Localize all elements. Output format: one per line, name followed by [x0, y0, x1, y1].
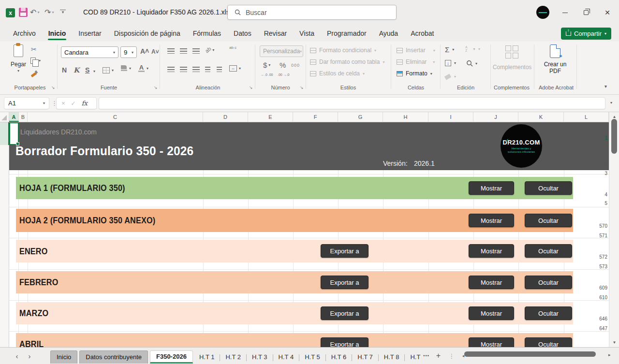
scroll-down-icon[interactable]: ▼: [609, 340, 619, 345]
conditional-format-button[interactable]: Formato condicional ▾: [310, 47, 376, 54]
insert-function-icon[interactable]: fx: [82, 100, 88, 107]
sheet-tab-inicio[interactable]: Inicio: [50, 350, 77, 364]
minimize-button[interactable]: [554, 0, 575, 25]
cut-button[interactable]: ✂: [31, 45, 37, 53]
select-all-button[interactable]: [0, 112, 9, 122]
merge-center-button[interactable]: ↔ ▾: [229, 65, 241, 72]
customize-quick-access-button[interactable]: ▾: [60, 10, 66, 14]
sheet-tab-ht5[interactable]: H.T 5: [299, 350, 325, 364]
undo-button[interactable]: ↶ ▾: [30, 8, 39, 17]
orientation-button[interactable]: ab ▾: [205, 47, 214, 53]
shrink-font-button[interactable]: A˅: [151, 48, 159, 55]
close-button[interactable]: ×: [597, 0, 618, 25]
sheet-tab-ht3[interactable]: H.T 3: [247, 350, 273, 364]
dialog-launcher-icon[interactable]: ↘: [51, 85, 55, 90]
ocultar-button[interactable]: Ocultar: [525, 244, 572, 258]
excel-app-icon[interactable]: x: [6, 8, 15, 17]
tab-vista[interactable]: Vista: [293, 25, 321, 41]
column-header-l[interactable]: L: [564, 112, 609, 122]
cell-styles-button[interactable]: Estilos de celda ▾: [310, 70, 365, 77]
borders-button[interactable]: ▾: [103, 67, 114, 73]
column-header-h[interactable]: H: [383, 112, 428, 122]
sheet-tab-ht2[interactable]: H.T 2: [220, 350, 246, 364]
font-name-select[interactable]: Candara ▾: [61, 46, 118, 58]
percent-format-button[interactable]: %: [280, 61, 286, 69]
tab-inicio[interactable]: Inicio: [42, 25, 73, 41]
ocultar-button[interactable]: Ocultar: [525, 214, 572, 227]
tab-revisar[interactable]: Revisar: [258, 25, 293, 41]
scroll-up-icon[interactable]: ▲: [609, 115, 619, 119]
column-header-j[interactable]: J: [473, 112, 518, 122]
redo-button[interactable]: ↷ ▾: [44, 8, 54, 17]
vertical-scrollbar[interactable]: ▲ ▼: [609, 112, 619, 347]
align-center-icon[interactable]: [180, 67, 187, 72]
sheet-tab-datos-contribuyente[interactable]: Datos contribuyente: [79, 350, 148, 364]
exportar-button[interactable]: Exportar a: [321, 306, 368, 320]
format-cells-button[interactable]: Formato ▾: [397, 70, 432, 77]
ocultar-button[interactable]: Ocultar: [525, 337, 572, 347]
formula-input[interactable]: [99, 97, 605, 109]
column-header-f[interactable]: F: [293, 112, 338, 122]
exportar-button[interactable]: Exportar a: [321, 244, 368, 258]
sheet-tab-ht7[interactable]: H.T 7: [352, 350, 378, 364]
row-header[interactable]: 609: [599, 285, 607, 291]
sheet-tab-ht6[interactable]: H.T 6: [326, 350, 352, 364]
restore-button[interactable]: [575, 0, 597, 25]
decrease-indent-icon[interactable]: [205, 67, 210, 72]
sheet-tab-ht4[interactable]: H.T 4: [273, 350, 299, 364]
save-icon[interactable]: [19, 8, 28, 17]
expand-formula-bar-icon[interactable]: ▾: [610, 101, 612, 105]
ocultar-button[interactable]: Ocultar: [525, 181, 572, 195]
column-header-c[interactable]: C: [28, 112, 203, 122]
mostrar-button[interactable]: Mostrar: [469, 181, 514, 195]
sheet-tab-f350-2026[interactable]: F350-2026: [150, 350, 193, 364]
sheet-nav-right-icon[interactable]: ›: [23, 352, 36, 360]
column-header-d[interactable]: D: [203, 112, 248, 122]
sheet-tab-ht1[interactable]: H.T 1: [194, 350, 220, 364]
sheet-nav-left-icon[interactable]: ‹: [11, 352, 23, 360]
row-header[interactable]: 1: [604, 135, 607, 141]
copy-button[interactable]: ▾: [30, 58, 41, 64]
mostrar-button[interactable]: Mostrar: [469, 306, 514, 320]
row-header[interactable]: 4: [604, 192, 607, 197]
row-header[interactable]: 571: [599, 233, 607, 238]
horizontal-scroll-thumb[interactable]: [464, 351, 596, 357]
format-as-table-button[interactable]: Dar formato como tabla ▾: [310, 58, 384, 65]
number-format-select[interactable]: Personalizada ▾: [260, 45, 303, 57]
row-header[interactable]: 572: [599, 254, 607, 260]
vertical-scroll-thumb[interactable]: [611, 119, 617, 154]
grow-font-button[interactable]: A˄: [140, 47, 149, 55]
mostrar-button[interactable]: Mostrar: [469, 337, 514, 347]
tab-archivo[interactable]: Archivo: [7, 25, 42, 41]
row-header[interactable]: 570: [599, 223, 607, 229]
format-painter-button[interactable]: [30, 70, 37, 77]
row-header[interactable]: 5: [604, 201, 607, 206]
mostrar-button[interactable]: Mostrar: [469, 276, 514, 289]
sort-filter-button[interactable]: A Z ▼ ▾: [465, 45, 480, 52]
comma-format-button[interactable]: 000: [291, 63, 300, 68]
collapse-ribbon-button[interactable]: ▾: [604, 84, 607, 89]
tab-formulas[interactable]: Fórmulas: [187, 25, 227, 41]
tab-acrobat[interactable]: Acrobat: [404, 25, 440, 41]
row-header[interactable]: 2: [604, 162, 607, 168]
exportar-button[interactable]: Exportar a: [321, 337, 368, 347]
align-bottom-icon[interactable]: [192, 48, 200, 54]
underline-button[interactable]: S: [85, 66, 89, 74]
dialog-launcher-icon[interactable]: ↘: [249, 85, 253, 90]
find-select-button[interactable]: ▾: [466, 60, 477, 67]
bold-button[interactable]: N: [62, 66, 67, 74]
tab-ayuda[interactable]: Ayuda: [373, 25, 404, 41]
wrap-text-button[interactable]: ab c: [229, 46, 236, 50]
column-header-b[interactable]: B: [19, 112, 28, 122]
name-box[interactable]: A1 ▾: [4, 97, 49, 109]
increase-decimal-button[interactable]: ←.0 .00: [261, 73, 273, 76]
row-header-1-selected[interactable]: [0, 122, 9, 145]
font-size-select[interactable]: 9 ▾: [120, 46, 137, 58]
row-header[interactable]: 3: [604, 171, 607, 176]
column-header-a[interactable]: A: [9, 112, 19, 122]
account-avatar[interactable]: [536, 6, 549, 19]
fill-color-button[interactable]: ▾: [121, 65, 131, 71]
clear-button[interactable]: ▾: [445, 74, 456, 79]
row-header[interactable]: 573: [599, 264, 607, 269]
create-pdf-button[interactable]: Crear un PDF: [536, 44, 575, 74]
